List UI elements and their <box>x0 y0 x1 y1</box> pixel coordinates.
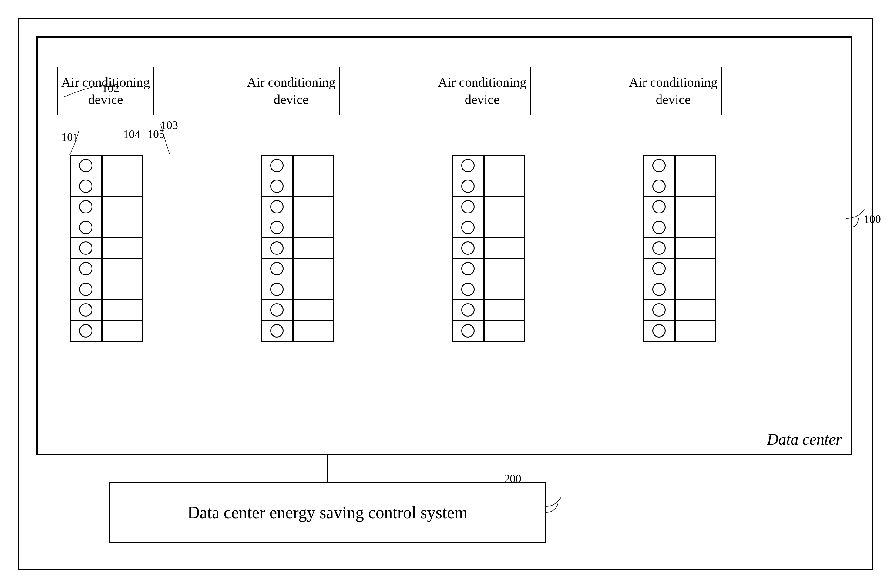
rack-unit <box>262 156 292 176</box>
rack-unit <box>103 238 142 259</box>
rack-circles-3 <box>452 154 484 342</box>
rack-unit <box>70 176 101 197</box>
connector-101-svg <box>61 128 97 158</box>
rack-unit <box>103 176 142 197</box>
disk-icon <box>461 200 475 213</box>
system-box-label: Data center energy saving control system <box>188 503 468 522</box>
rack-plain-1 <box>102 154 143 342</box>
disk-icon <box>270 221 284 234</box>
disk-icon <box>79 221 93 234</box>
rack-unit <box>70 321 101 341</box>
rack-unit <box>453 218 483 238</box>
rack-unit <box>294 176 333 197</box>
rack-unit <box>485 300 524 321</box>
rack-circles-4 <box>643 154 675 342</box>
bracket-200-svg <box>543 491 579 528</box>
ac-device-label-3: Air conditioningdevice <box>434 67 531 115</box>
disk-icon <box>79 159 93 172</box>
rack-unit <box>453 238 483 259</box>
rack-unit <box>485 156 524 176</box>
rack-unit <box>70 197 101 218</box>
rack-unit <box>103 259 142 279</box>
rack-unit <box>644 156 674 176</box>
ac-device-label-2: Air conditioningdevice <box>243 67 340 115</box>
rack-unit <box>103 300 142 321</box>
disk-icon <box>461 180 475 193</box>
rack-unit <box>294 300 333 321</box>
rack-unit <box>294 156 333 176</box>
rack-unit <box>262 279 292 300</box>
system-box: Data center energy saving control system <box>109 482 546 543</box>
rack-unit <box>644 279 674 300</box>
disk-icon <box>79 324 93 338</box>
rack-unit <box>676 321 716 341</box>
rack-unit <box>676 218 716 238</box>
rack-unit <box>676 300 716 321</box>
rack-unit <box>485 259 524 279</box>
rack-unit <box>70 238 101 259</box>
rack-unit <box>485 218 524 238</box>
rack-unit <box>262 176 292 197</box>
rack-unit <box>453 259 483 279</box>
disk-icon <box>652 262 666 275</box>
rack-unit <box>644 176 674 197</box>
rack-plain-4 <box>675 154 716 342</box>
rack-circles-2 <box>261 154 293 342</box>
disk-icon <box>652 283 666 296</box>
bracket-100-svg <box>843 200 879 237</box>
disk-icon <box>461 324 475 338</box>
rack-unit <box>676 238 716 259</box>
disk-icon <box>270 200 284 213</box>
rack-unit <box>644 238 674 259</box>
disk-icon <box>652 200 666 213</box>
disk-icon <box>79 180 93 193</box>
rack-unit <box>453 321 483 341</box>
connector-103-svg <box>152 121 182 158</box>
rack-unit <box>70 259 101 279</box>
rack-unit <box>485 197 524 218</box>
rack-unit <box>676 197 716 218</box>
disk-icon <box>461 283 475 296</box>
rack-unit <box>485 279 524 300</box>
disk-icon <box>461 262 475 275</box>
rack-circles-1 <box>70 154 102 342</box>
rack-unit <box>103 156 142 176</box>
rack-unit <box>676 156 716 176</box>
rack-unit <box>453 197 483 218</box>
rack-unit <box>70 279 101 300</box>
disk-icon <box>652 159 666 172</box>
disk-icon <box>79 303 93 316</box>
disk-icon <box>79 242 93 255</box>
rack-unit <box>262 300 292 321</box>
disk-icon <box>652 303 666 316</box>
disk-icon <box>79 262 93 275</box>
rack-unit <box>103 321 142 341</box>
rack-unit <box>644 197 674 218</box>
rack-unit <box>453 156 483 176</box>
label-104: 104 <box>123 128 140 141</box>
disk-icon <box>461 242 475 255</box>
rack-unit <box>676 279 716 300</box>
rack-unit <box>294 218 333 238</box>
rack-unit <box>644 259 674 279</box>
disk-icon <box>79 283 93 296</box>
rack-group-4 <box>643 154 716 342</box>
disk-icon <box>652 180 666 193</box>
rack-unit <box>294 321 333 341</box>
rack-unit <box>453 176 483 197</box>
disk-icon <box>270 159 284 172</box>
rack-unit <box>485 238 524 259</box>
rack-unit <box>294 259 333 279</box>
datacenter-label: Data center <box>767 430 842 448</box>
rack-unit <box>485 176 524 197</box>
rack-unit <box>485 321 524 341</box>
rack-plain-2 <box>293 154 334 342</box>
rack-unit <box>103 197 142 218</box>
rack-plain-3 <box>484 154 525 342</box>
rack-group-3 <box>452 154 525 342</box>
rack-unit <box>70 156 101 176</box>
rack-group-2 <box>261 154 334 342</box>
disk-icon <box>461 159 475 172</box>
rack-unit <box>644 300 674 321</box>
disk-icon <box>652 242 666 255</box>
